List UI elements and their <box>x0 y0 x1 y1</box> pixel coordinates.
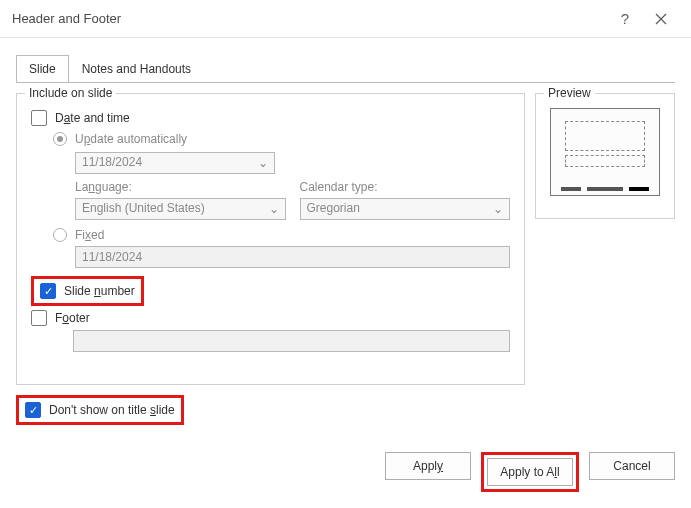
cancel-button[interactable]: Cancel <box>589 452 675 480</box>
footer-label: Footer <box>55 311 90 325</box>
update-automatically-radio[interactable] <box>53 132 67 146</box>
slide-number-label: Slide number <box>64 284 135 298</box>
apply-to-all-button[interactable]: Apply to All <box>487 458 573 486</box>
preview-legend: Preview <box>544 86 595 100</box>
close-icon <box>655 13 667 25</box>
fixed-label: Fixed <box>75 228 104 242</box>
chevron-down-icon: ⌄ <box>267 202 281 216</box>
footer-text-field[interactable] <box>73 330 510 352</box>
dont-show-on-title-label: Don't show on title slide <box>49 403 175 417</box>
date-and-time-label: Date and time <box>55 111 130 125</box>
language-select[interactable]: English (United States)⌄ <box>75 198 286 220</box>
update-automatically-label: Update automatically <box>75 132 187 146</box>
auto-date-select[interactable]: 11/18/2024⌄ <box>75 152 275 174</box>
include-legend: Include on slide <box>25 86 116 100</box>
highlight-slide-number: Slide number <box>31 276 144 306</box>
fixed-radio[interactable] <box>53 228 67 242</box>
chevron-down-icon: ⌄ <box>491 202 505 216</box>
apply-button[interactable]: Apply <box>385 452 471 480</box>
calendar-type-label: Calendar type: <box>300 180 511 194</box>
close-button[interactable] <box>643 1 679 37</box>
fixed-date-field[interactable]: 11/18/2024 <box>75 246 510 268</box>
help-button[interactable]: ? <box>607 1 643 37</box>
tabstrip: Slide Notes and Handouts <box>16 54 691 81</box>
chevron-down-icon: ⌄ <box>256 156 270 170</box>
slide-number-checkbox[interactable] <box>40 283 56 299</box>
apply-to-all-button-label: Apply to All <box>500 465 559 479</box>
calendar-type-select[interactable]: Gregorian⌄ <box>300 198 511 220</box>
footer-checkbox[interactable] <box>31 310 47 326</box>
preview-thumbnail <box>550 108 660 196</box>
preview-group: Preview <box>535 93 675 219</box>
date-and-time-checkbox[interactable] <box>31 110 47 126</box>
tab-notes-and-handouts[interactable]: Notes and Handouts <box>69 55 204 82</box>
cancel-button-label: Cancel <box>613 459 650 473</box>
language-label: Language: <box>75 180 286 194</box>
dialog-title: Header and Footer <box>12 11 607 26</box>
highlight-apply-to-all: Apply to All <box>481 452 579 492</box>
titlebar: Header and Footer ? <box>0 0 691 38</box>
include-on-slide-group: Include on slide Date and time Update au… <box>16 93 525 385</box>
apply-button-label: Apply <box>413 459 443 473</box>
dont-show-on-title-checkbox[interactable] <box>25 402 41 418</box>
highlight-dont-show: Don't show on title slide <box>16 395 184 425</box>
tab-slide[interactable]: Slide <box>16 55 69 82</box>
